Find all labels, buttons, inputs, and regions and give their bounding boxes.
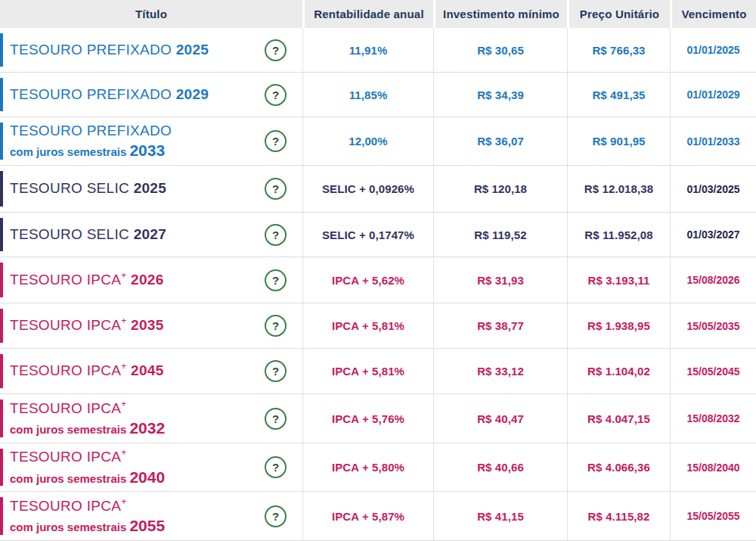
annual-rate-value: SELIC + 0,1747% (322, 229, 414, 241)
bond-title-cell: TESOURO SELIC 2027 ? (0, 213, 302, 257)
unit-price-value: R$ 4.047,15 (587, 412, 650, 425)
bond-title-cell: TESOURO IPCA+ 2035 ? (0, 303, 302, 348)
bond-name: TESOURO PREFIXADO (10, 86, 172, 102)
maturity-date: 15/05/2045 (686, 365, 739, 378)
header-titulo: Título (0, 0, 302, 28)
table-body: TESOURO PREFIXADO 2025 ? 11,91% R$ 30,65… (0, 28, 756, 541)
superscript-plus-icon: + (121, 399, 126, 409)
annual-rate-value: 11,85% (349, 89, 388, 101)
min-investment-cell: R$ 38,77 (433, 303, 567, 348)
row-accent-bar (0, 123, 3, 160)
bond-title: TESOURO IPCA+ com juros semestrais 2055 (10, 498, 165, 534)
min-investment-value: R$ 31,93 (477, 274, 524, 287)
min-investment-value: R$ 30,65 (477, 44, 524, 57)
help-icon[interactable]: ? (265, 269, 287, 291)
bond-row[interactable]: TESOURO IPCA+ 2026 ? IPCA + 5,62% R$ 31,… (0, 257, 756, 303)
bond-price-table: Título Rentabilidade anual Investimento … (0, 0, 756, 541)
bond-row[interactable]: TESOURO IPCA+ com juros semestrais 2040 … (0, 443, 756, 492)
bond-row[interactable]: TESOURO SELIC 2027 ? SELIC + 0,1747% R$ … (0, 213, 756, 257)
bond-title: TESOURO IPCA+ 2026 (10, 272, 164, 288)
maturity-cell: 15/08/2026 (670, 257, 756, 303)
bond-subtitle: com juros semestrais (10, 521, 126, 533)
bond-name: TESOURO SELIC (10, 226, 129, 242)
row-accent-bar (0, 497, 3, 535)
min-investment-value: R$ 38,77 (477, 319, 524, 332)
min-investment-cell: R$ 30,65 (433, 28, 567, 72)
min-investment-value: R$ 34,39 (477, 89, 524, 101)
unit-price-value: R$ 4.115,82 (587, 510, 649, 523)
maturity-date: 01/03/2027 (686, 229, 739, 241)
help-icon[interactable]: ? (265, 505, 287, 527)
bond-title-line1: TESOURO PREFIXADO 2029 (10, 87, 209, 103)
help-icon[interactable]: ? (265, 39, 287, 61)
bond-name: TESOURO IPCA (10, 318, 121, 334)
min-investment-cell: R$ 41,15 (433, 492, 567, 540)
bond-title-cell: TESOURO PREFIXADO 2029 ? (0, 73, 302, 117)
unit-price-cell: R$ 4.047,15 (567, 394, 670, 443)
min-investment-cell: R$ 36,07 (433, 117, 567, 165)
help-icon[interactable]: ? (265, 360, 287, 382)
min-investment-value: R$ 120,18 (474, 182, 527, 195)
bond-row[interactable]: TESOURO SELIC 2025 ? SELIC + 0,0926% R$ … (0, 166, 756, 213)
maturity-date: 15/05/2055 (686, 510, 739, 522)
superscript-plus-icon: + (121, 361, 126, 372)
unit-price-cell: R$ 4.115,82 (567, 492, 670, 540)
bond-title: TESOURO PREFIXADO 2029 (10, 87, 209, 103)
rate-cell: IPCA + 5,81% (302, 349, 433, 393)
help-icon[interactable]: ? (265, 456, 287, 478)
annual-rate-value: 12,00% (349, 135, 387, 148)
unit-price-cell: R$ 4.066,36 (567, 443, 670, 491)
maturity-date: 15/08/2026 (686, 274, 739, 286)
bond-name: TESOURO IPCA (10, 449, 121, 465)
bond-row[interactable]: TESOURO IPCA+ 2035 ? IPCA + 5,81% R$ 38,… (0, 303, 756, 349)
bond-row[interactable]: TESOURO IPCA+ com juros semestrais 2032 … (0, 394, 756, 443)
min-investment-cell: R$ 40,47 (433, 394, 567, 443)
row-accent-bar (0, 400, 3, 437)
annual-rate-value: IPCA + 5,81% (332, 319, 404, 332)
annual-rate-value: IPCA + 5,62% (332, 274, 404, 287)
min-investment-value: R$ 41,15 (477, 510, 524, 523)
row-accent-bar (0, 218, 3, 251)
bond-name: TESOURO SELIC (10, 180, 129, 196)
rate-cell: 12,00% (302, 117, 433, 165)
maturity-date: 15/05/2035 (686, 320, 739, 332)
unit-price-value: R$ 4.066,36 (587, 461, 650, 474)
bond-name: TESOURO PREFIXADO (10, 42, 172, 58)
help-icon[interactable]: ? (265, 84, 287, 106)
bond-name: TESOURO PREFIXADO (10, 123, 172, 138)
annual-rate-value: IPCA + 5,76% (332, 412, 404, 425)
bond-row[interactable]: TESOURO IPCA+ 2045 ? IPCA + 5,81% R$ 33,… (0, 349, 756, 394)
bond-row[interactable]: TESOURO PREFIXADO 2025 ? 11,91% R$ 30,65… (0, 28, 756, 73)
header-rentabilidade: Rentabilidade anual (302, 0, 433, 28)
maturity-date: 01/01/2033 (686, 135, 739, 148)
min-investment-value: R$ 40,66 (477, 461, 524, 474)
bond-row[interactable]: TESOURO IPCA+ com juros semestrais 2055 … (0, 492, 756, 541)
help-icon[interactable]: ? (265, 178, 287, 200)
superscript-plus-icon: + (121, 316, 126, 326)
help-icon[interactable]: ? (265, 315, 287, 337)
row-accent-bar (0, 33, 3, 67)
bond-year: 2029 (176, 86, 209, 102)
annual-rate-value: IPCA + 5,80% (332, 461, 404, 474)
help-icon[interactable]: ? (265, 130, 287, 152)
bond-row[interactable]: TESOURO PREFIXADO 2029 ? 11,85% R$ 34,39… (0, 73, 756, 117)
help-icon[interactable]: ? (265, 224, 287, 246)
min-investment-value: R$ 119,52 (474, 229, 526, 241)
help-icon[interactable]: ? (265, 408, 287, 430)
bond-year: 2032 (129, 419, 165, 437)
bond-title-line1: TESOURO PREFIXADO (10, 123, 172, 139)
bond-title-cell: TESOURO PREFIXADO 2025 ? (0, 28, 302, 72)
bond-title: TESOURO SELIC 2025 (10, 181, 166, 197)
row-accent-bar (0, 354, 3, 388)
annual-rate-value: SELIC + 0,0926% (322, 182, 414, 195)
bond-year: 2026 (131, 272, 163, 288)
maturity-date: 01/01/2025 (686, 44, 739, 56)
bond-year: 2045 (131, 363, 163, 379)
bond-title: TESOURO IPCA+ 2045 (10, 362, 164, 379)
bond-year: 2025 (134, 180, 166, 196)
rate-cell: IPCA + 5,81% (302, 303, 433, 348)
unit-price-cell: R$ 1.104,02 (567, 349, 670, 393)
bond-title-cell: TESOURO IPCA+ com juros semestrais 2055 … (0, 492, 302, 540)
unit-price-value: R$ 1.104,02 (587, 365, 650, 378)
bond-row[interactable]: TESOURO PREFIXADO com juros semestrais 2… (0, 117, 756, 166)
